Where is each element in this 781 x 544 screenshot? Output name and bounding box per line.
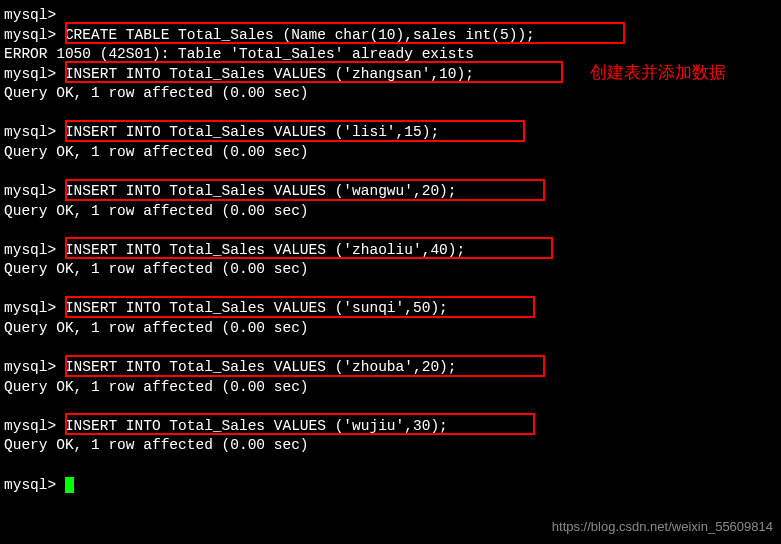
blank-line (4, 339, 777, 359)
create-table-line: mysql> CREATE TABLE Total_Sales (Name ch… (4, 26, 777, 46)
watermark-text: https://blog.csdn.net/weixin_55609814 (552, 518, 773, 536)
query-ok-line: Query OK, 1 row affected (0.00 sec) (4, 84, 777, 104)
blank-line (4, 104, 777, 124)
result-text: Query OK, 1 row affected (0.00 sec) (4, 203, 309, 219)
sql-statement: INSERT INTO Total_Sales VALUES ('zhangsa… (65, 66, 474, 82)
prompt: mysql> (4, 477, 56, 493)
query-ok-line: Query OK, 1 row affected (0.00 sec) (4, 436, 777, 456)
sql-statement: INSERT INTO Total_Sales VALUES ('zhaoliu… (65, 242, 465, 258)
blank-line (4, 456, 777, 476)
prompt: mysql> (4, 66, 56, 82)
insert-line-6: mysql> INSERT INTO Total_Sales VALUES ('… (4, 358, 777, 378)
result-text: Query OK, 1 row affected (0.00 sec) (4, 85, 309, 101)
result-text: Query OK, 1 row affected (0.00 sec) (4, 261, 309, 277)
prompt: mysql> (4, 7, 56, 23)
query-ok-line: Query OK, 1 row affected (0.00 sec) (4, 143, 777, 163)
result-text: Query OK, 1 row affected (0.00 sec) (4, 144, 309, 160)
query-ok-line: Query OK, 1 row affected (0.00 sec) (4, 260, 777, 280)
prompt: mysql> (4, 359, 56, 375)
result-text: Query OK, 1 row affected (0.00 sec) (4, 437, 309, 453)
insert-line-2: mysql> INSERT INTO Total_Sales VALUES ('… (4, 123, 777, 143)
insert-line-5: mysql> INSERT INTO Total_Sales VALUES ('… (4, 299, 777, 319)
prompt: mysql> (4, 183, 56, 199)
result-text: Query OK, 1 row affected (0.00 sec) (4, 320, 309, 336)
prompt: mysql> (4, 242, 56, 258)
insert-line-7: mysql> INSERT INTO Total_Sales VALUES ('… (4, 417, 777, 437)
sql-statement: INSERT INTO Total_Sales VALUES ('wangwu'… (65, 183, 457, 199)
blank-line (4, 280, 777, 300)
error-text: ERROR 1050 (42S01): Table 'Total_Sales' … (4, 46, 474, 62)
query-ok-line: Query OK, 1 row affected (0.00 sec) (4, 202, 777, 222)
sql-statement: CREATE TABLE Total_Sales (Name char(10),… (65, 27, 535, 43)
query-ok-line: Query OK, 1 row affected (0.00 sec) (4, 378, 777, 398)
prompt: mysql> (4, 124, 56, 140)
blank-line (4, 221, 777, 241)
sql-statement: INSERT INTO Total_Sales VALUES ('wujiu',… (65, 418, 448, 434)
sql-statement: INSERT INTO Total_Sales VALUES ('lisi',1… (65, 124, 439, 140)
query-ok-line: Query OK, 1 row affected (0.00 sec) (4, 319, 777, 339)
prompt: mysql> (4, 300, 56, 316)
blank-line (4, 397, 777, 417)
insert-line-4: mysql> INSERT INTO Total_Sales VALUES ('… (4, 241, 777, 261)
sql-statement: INSERT INTO Total_Sales VALUES ('zhouba'… (65, 359, 457, 375)
sql-statement: INSERT INTO Total_Sales VALUES ('sunqi',… (65, 300, 448, 316)
blank-line (4, 163, 777, 183)
annotation-text: 创建表并添加数据 (590, 62, 726, 85)
insert-line-3: mysql> INSERT INTO Total_Sales VALUES ('… (4, 182, 777, 202)
prompt: mysql> (4, 27, 56, 43)
result-text: Query OK, 1 row affected (0.00 sec) (4, 379, 309, 395)
prompt: mysql> (4, 418, 56, 434)
final-prompt-line[interactable]: mysql> (4, 476, 777, 496)
cursor-icon (65, 477, 74, 493)
prompt-line: mysql> (4, 6, 777, 26)
